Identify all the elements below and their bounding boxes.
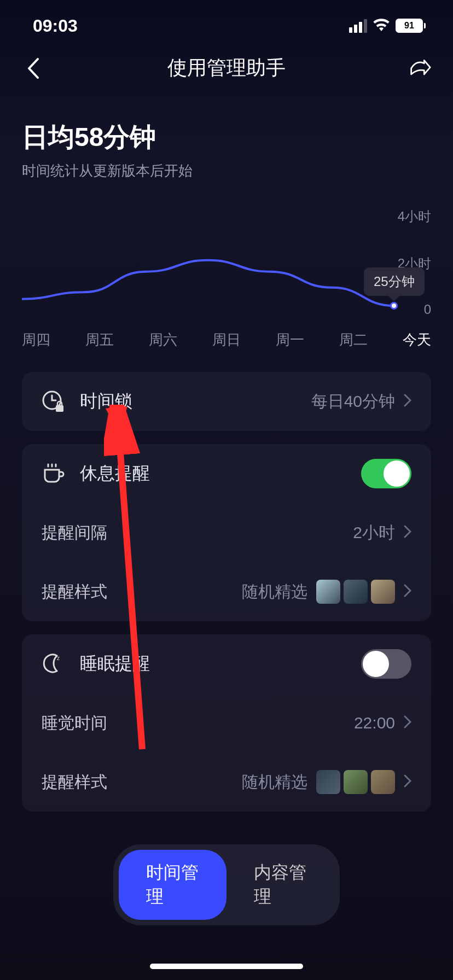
chevron-right-icon xyxy=(404,525,411,540)
tab-content-management[interactable]: 内容管理 xyxy=(226,850,334,920)
time-lock-value: 每日40分钟 xyxy=(311,390,395,413)
status-time: 09:03 xyxy=(33,16,78,36)
reminder-interval-value: 2小时 xyxy=(353,522,395,544)
time-lock-card[interactable]: 时间锁 每日40分钟 xyxy=(22,372,431,431)
chart-x-axis: 周四 周五 周六 周日 周一 周二 今天 xyxy=(22,319,431,349)
battery-icon: 91 xyxy=(396,19,426,33)
coffee-cup-icon xyxy=(42,462,65,485)
daily-average-title: 日均58分钟 xyxy=(22,120,431,155)
style-thumbnails xyxy=(316,580,395,604)
chart-line xyxy=(22,208,394,317)
chart-data-point xyxy=(390,302,398,310)
stats-subtitle: 时间统计从更新版本后开始 xyxy=(22,161,431,180)
reminder-style-value: 随机精选 xyxy=(242,581,307,603)
usage-stats: 日均58分钟 时间统计从更新版本后开始 xyxy=(0,92,453,191)
chevron-right-icon xyxy=(404,584,411,599)
rest-reminder-toggle[interactable] xyxy=(361,459,411,488)
sleep-style-row[interactable]: 提醒样式 随机精选 xyxy=(42,752,411,812)
wifi-icon xyxy=(373,18,390,33)
sleep-reminder-label: 睡眠提醒 xyxy=(80,652,150,676)
rest-reminder-row: 休息提醒 xyxy=(42,444,411,503)
sleep-reminder-card: z 睡眠提醒 睡觉时间 22:00 提醒样式 随机精选 xyxy=(22,634,431,812)
reminder-interval-row[interactable]: 提醒间隔 2小时 xyxy=(42,503,411,562)
svg-rect-1 xyxy=(56,405,63,412)
rest-reminder-card: 休息提醒 提醒间隔 2小时 提醒样式 随机精选 xyxy=(22,444,431,621)
clock-lock-icon xyxy=(42,390,65,413)
reminder-style-label: 提醒样式 xyxy=(42,581,107,603)
bottom-tab-bar: 时间管理 内容管理 xyxy=(113,844,340,925)
share-button[interactable] xyxy=(409,57,431,79)
style-thumbnails xyxy=(316,770,395,794)
back-button[interactable] xyxy=(22,57,44,79)
svg-text:z: z xyxy=(57,655,60,661)
time-lock-label: 时间锁 xyxy=(80,389,132,413)
sleep-style-value: 随机精选 xyxy=(242,771,307,794)
usage-chart[interactable]: 4小时 2小时 0 25分钟 周四 周五 周六 周日 周一 周二 今天 xyxy=(0,191,453,355)
sleep-time-row[interactable]: 睡觉时间 22:00 xyxy=(42,693,411,752)
chart-y-axis: 4小时 2小时 0 xyxy=(398,208,431,317)
cellular-signal-icon xyxy=(349,19,367,33)
rest-reminder-label: 休息提醒 xyxy=(80,462,150,486)
chevron-right-icon xyxy=(404,394,411,409)
sleep-reminder-row: z 睡眠提醒 xyxy=(42,634,411,693)
sleep-time-label: 睡觉时间 xyxy=(42,712,107,734)
page-title: 使用管理助手 xyxy=(167,55,286,81)
home-indicator[interactable] xyxy=(150,964,303,969)
chevron-right-icon xyxy=(404,774,411,790)
header: 使用管理助手 xyxy=(0,44,453,92)
reminder-style-row[interactable]: 提醒样式 随机精选 xyxy=(42,562,411,621)
chevron-right-icon xyxy=(404,715,411,731)
tab-time-management[interactable]: 时间管理 xyxy=(119,850,226,920)
status-bar: 09:03 91 xyxy=(0,0,453,44)
reminder-interval-label: 提醒间隔 xyxy=(42,522,107,544)
sleep-time-value: 22:00 xyxy=(354,714,395,732)
sleep-style-label: 提醒样式 xyxy=(42,771,107,794)
moon-icon: z xyxy=(42,652,65,675)
chart-tooltip: 25分钟 xyxy=(364,267,425,296)
sleep-reminder-toggle[interactable] xyxy=(361,649,411,679)
status-icons: 91 xyxy=(349,18,426,33)
